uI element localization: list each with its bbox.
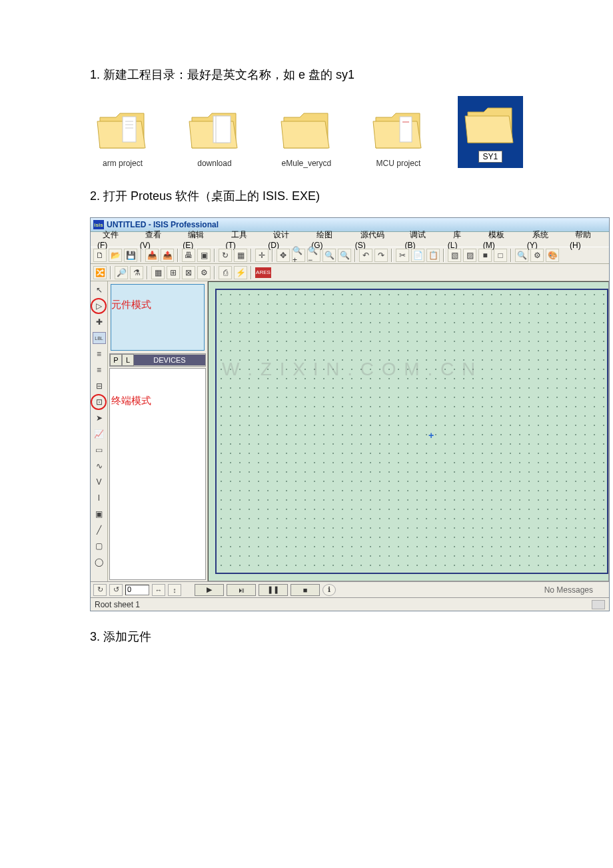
redo-button[interactable]: ↷ (374, 249, 388, 262)
open-button[interactable]: 📂 (109, 249, 122, 262)
terminal-mode-icon[interactable]: ⊡ 终端模式 (93, 396, 106, 408)
zoom-in-button[interactable]: 🔍+ (292, 249, 305, 262)
folder-arm-project[interactable]: arm project (90, 107, 155, 168)
scroll-grip[interactable] (592, 600, 605, 609)
text-script-mode-icon[interactable]: ≡ (93, 348, 106, 360)
device-pin-mode-icon[interactable]: ➤ (93, 412, 106, 424)
folder-label: download (197, 159, 231, 168)
box-mode-icon[interactable]: ▢ (93, 540, 106, 552)
menu-debug[interactable]: 调试(B) (399, 228, 442, 251)
menu-tools[interactable]: 工具(T) (221, 228, 263, 251)
wire-auto-button[interactable]: 🔀 (93, 266, 107, 279)
design-exp-button[interactable]: ⚙ (197, 266, 211, 279)
rotate-cw-button[interactable]: ↻ (93, 584, 107, 596)
menu-edit[interactable]: 编辑(E) (177, 228, 220, 251)
menu-view[interactable]: 查看(V) (135, 228, 177, 251)
decor-button[interactable]: 🎨 (546, 249, 559, 262)
print-button[interactable]: 🖶 (182, 249, 195, 262)
separator (214, 249, 215, 262)
folder-icon (464, 101, 517, 148)
block-rotate-button[interactable]: ■ (478, 249, 492, 262)
prop-button[interactable]: ⚗ (130, 266, 143, 279)
circle-mode-icon[interactable]: ◯ (93, 556, 106, 568)
save-button[interactable]: 💾 (124, 249, 137, 262)
label-mode-icon[interactable]: LBL (93, 332, 106, 344)
menu-source[interactable]: 源代码(S) (350, 228, 400, 251)
step-button[interactable]: ⏯ (227, 584, 256, 596)
stop-button[interactable]: ■ (291, 584, 320, 596)
zoom-all-button[interactable]: 🔍 (322, 249, 336, 262)
play-button[interactable]: ▶ (195, 584, 224, 596)
pick-button[interactable]: 🔍 (515, 249, 528, 262)
copy-button[interactable]: 📄 (411, 249, 424, 262)
folder-mcu[interactable]: MCU project (366, 107, 431, 168)
junction-mode-icon[interactable]: ✚ (93, 316, 106, 328)
bus-mode-icon[interactable]: ≡ (93, 364, 106, 376)
erc-button[interactable]: ⚡ (234, 266, 247, 279)
virtual-instrument-icon[interactable]: ▣ (93, 508, 106, 520)
zoom-out-button[interactable]: 🔍− (307, 249, 320, 262)
origin-button[interactable]: ✛ (255, 249, 269, 262)
menu-template[interactable]: 模板(M) (478, 228, 522, 251)
folder-sy1-selected[interactable]: SY1 (458, 96, 523, 168)
new-sheet-button[interactable]: ▦ (151, 266, 165, 279)
paste-button[interactable]: 📋 (426, 249, 440, 262)
tb-btn-a[interactable]: 📥 (145, 249, 159, 262)
block-delete-button[interactable]: □ (494, 249, 507, 262)
new-button[interactable]: 🗋 (93, 249, 107, 262)
menu-help[interactable]: 帮助(H) (564, 228, 608, 251)
make-button[interactable]: ⚙ (530, 249, 544, 262)
folder-emule[interactable]: eMule_verycd (274, 107, 339, 168)
separator (147, 266, 148, 279)
sheet-border (215, 289, 608, 574)
folder-icon (372, 107, 425, 153)
flip-horizontal-button[interactable]: ↔ (152, 584, 165, 596)
library-button[interactable]: L (122, 354, 134, 366)
current-probe-icon[interactable]: I (93, 492, 106, 504)
folder-label-editing[interactable]: SY1 (478, 151, 503, 163)
ares-button[interactable]: ARES (255, 267, 271, 278)
rotate-ccw-button[interactable]: ↺ (109, 584, 123, 596)
step1-title: 1. 新建工程目录：最好是英文名称，如 e 盘的 sy1 (90, 67, 523, 83)
cut-button[interactable]: ✂ (396, 249, 409, 262)
goto-sheet-button[interactable]: ⊠ (182, 266, 195, 279)
message-text: No Messages (544, 585, 593, 595)
area-button[interactable]: ▣ (197, 249, 211, 262)
tb-btn-b[interactable]: 📤 (161, 249, 174, 262)
block-move-button[interactable]: ▨ (463, 249, 476, 262)
pick-devices-button[interactable]: P (110, 354, 122, 366)
separator (510, 249, 512, 262)
block-copy-button[interactable]: ▧ (448, 249, 461, 262)
mode-toolbar: ↖ ▷ 元件模式 ✚ LBL ≡ ≡ ⊟ ⊡ 终端模式 ➤ 📈 ▭ (91, 281, 108, 581)
tape-mode-icon[interactable]: ▭ (93, 444, 106, 456)
folder-download[interactable]: download (182, 107, 247, 168)
flip-vertical-button[interactable]: ↕ (168, 584, 181, 596)
selection-mode-icon[interactable]: ↖ (93, 284, 106, 296)
separator (443, 249, 444, 262)
menu-system[interactable]: 系统(Y) (522, 228, 564, 251)
graph-mode-icon[interactable]: 📈 (93, 428, 106, 440)
bom-button[interactable]: ⎙ (219, 266, 232, 279)
folder-label: eMule_verycd (282, 159, 332, 168)
editing-canvas[interactable]: W . Z I X I N . C O M . C N + (208, 281, 609, 581)
voltage-probe-icon[interactable]: V (93, 476, 106, 488)
info-icon[interactable]: ℹ (322, 584, 336, 596)
pan-button[interactable]: ✥ (277, 249, 290, 262)
grid-button[interactable]: ▦ (234, 249, 247, 262)
orientation-bar: ↻ ↺ 0 ↔ ↕ ▶ ⏯ ❚❚ ■ ℹ No Messages (91, 581, 609, 597)
component-mode-icon[interactable]: ▷ 元件模式 (93, 300, 106, 312)
search-button[interactable]: 🔎 (115, 266, 128, 279)
del-sheet-button[interactable]: ⊞ (167, 266, 180, 279)
menu-library[interactable]: 库(L) (442, 228, 478, 251)
menu-file[interactable]: 文件(F) (92, 228, 135, 251)
pause-button[interactable]: ❚❚ (259, 584, 288, 596)
subcircuit-mode-icon[interactable]: ⊟ (93, 380, 106, 392)
menubar: 文件(F) 查看(V) 编辑(E) 工具(T) 设计(D) 绘图(G) 源代码(… (91, 232, 609, 247)
zoom-area-button[interactable]: 🔍 (338, 249, 351, 262)
rotation-input[interactable]: 0 (125, 585, 149, 595)
redraw-button[interactable]: ↻ (219, 249, 232, 262)
overview-window[interactable] (111, 284, 205, 351)
generator-mode-icon[interactable]: ∿ (93, 460, 106, 472)
line-mode-icon[interactable]: ╱ (93, 524, 106, 536)
undo-button[interactable]: ↶ (359, 249, 372, 262)
